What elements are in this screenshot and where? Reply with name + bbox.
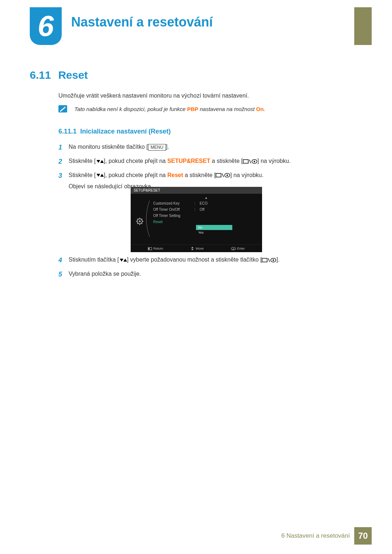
subsection-title: Inicializace nastavení (Reset) [80, 128, 171, 135]
osd-option-yes: Yes [196, 230, 232, 235]
page-footer: 6 Nastavení a resetování 70 [281, 527, 372, 545]
osd-option-no: No [196, 225, 232, 230]
step-4: 4 Stisknutím tlačítka [] vyberte požadov… [58, 255, 342, 266]
chapter-badge: 6 [30, 7, 62, 45]
svg-point-10 [139, 221, 141, 222]
section-number: 6.11 [30, 69, 51, 81]
osd-title: SETUP&RESET [131, 187, 262, 194]
svg-rect-20 [148, 248, 150, 250]
step-5: 5 Vybraná položka se použije. [58, 269, 342, 280]
note-icon [58, 105, 67, 112]
osd-row-customized-key: Customized Key:ECO [150, 200, 262, 206]
osd-footer-return: Return [148, 247, 163, 250]
svg-point-8 [226, 175, 228, 176]
section-title: Reset [58, 69, 88, 81]
step-1: 1 Na monitoru stiskněte tlačítko [MENU]. [58, 142, 342, 153]
steps-list-cont: 4 Stisknutím tlačítka [] vyberte požadov… [58, 255, 342, 283]
svg-rect-22 [262, 258, 267, 262]
down-up-arrow-icon [96, 173, 104, 177]
note-row: Tato nabídka není k dispozici, pokud je … [58, 105, 265, 112]
osd-row-off-timer-onoff: Off Timer On/Off:Off [150, 206, 262, 213]
osd-arc [142, 199, 151, 239]
osd-footer: Return Move Enter [131, 245, 262, 252]
svg-rect-1 [243, 160, 248, 163]
menu-button-label: MENU [148, 144, 166, 151]
chapter-number: 6 [38, 12, 54, 41]
step-2: 2 Stiskněte [], pokud chcete přejít na S… [58, 156, 342, 167]
osd-row-reset: Reset [150, 219, 262, 225]
svg-point-4 [254, 161, 255, 162]
svg-point-25 [273, 259, 274, 261]
osd-screenshot: SETUP&RESET ▲ Customized Key:ECO Off Tim… [131, 187, 262, 252]
svg-line-18 [137, 223, 138, 224]
osd-footer-enter: Enter [231, 247, 245, 250]
chapter-title: Nastavení a resetování [71, 15, 213, 30]
triangle-up-icon: ▲ [150, 196, 262, 200]
down-up-arrow-icon [96, 159, 104, 164]
rect-enter-icon [262, 258, 276, 263]
svg-line-15 [137, 219, 138, 219]
note-text: Tato nabídka není k dispozici, pokud je … [74, 106, 265, 112]
svg-rect-5 [216, 173, 221, 177]
osd-reset-options: No Yes [196, 225, 232, 235]
subsection-number: 6.11.1 [58, 128, 77, 135]
svg-line-2 [249, 160, 251, 163]
footer-breadcrumb: 6 Nastavení a resetování [281, 532, 350, 539]
osd-footer-move: Move [190, 247, 204, 251]
decorative-stripe [354, 7, 372, 45]
subsection-heading: 6.11.1 Inicializace nastavení (Reset) [58, 128, 171, 135]
rect-enter-icon [243, 159, 257, 164]
section-intro: Umožňuje vrátit veškerá nastavení monito… [58, 91, 249, 100]
rect-enter-icon [216, 173, 230, 178]
svg-line-23 [268, 258, 270, 262]
svg-point-0 [60, 111, 61, 112]
footer-page-number: 70 [354, 527, 372, 545]
section-heading: 6.11Reset [30, 69, 88, 81]
osd-row-off-timer-setting: Off Timer Setting [150, 213, 262, 219]
down-up-arrow-icon [119, 258, 127, 262]
svg-line-6 [222, 173, 224, 177]
